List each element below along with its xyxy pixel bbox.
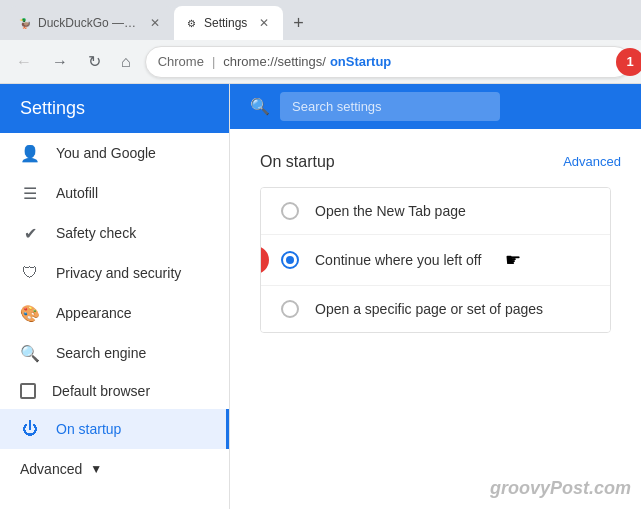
duckduckgo-tab-close[interactable]: ✕ — [146, 14, 164, 32]
sidebar-label-search-engine: Search engine — [56, 345, 146, 361]
radio-continue[interactable] — [281, 251, 299, 269]
address-bar: ← → ↻ ⌂ Chrome | chrome://settings/onSta… — [0, 40, 641, 84]
new-tab-button[interactable]: + — [283, 9, 314, 38]
radio-new-tab[interactable] — [281, 202, 299, 220]
sidebar-item-you-and-google[interactable]: 👤 You and Google — [0, 133, 229, 173]
sidebar-label-on-startup: On startup — [56, 421, 121, 437]
tab-settings[interactable]: ⚙ Settings ✕ — [174, 6, 283, 40]
home-button[interactable]: ⌂ — [115, 49, 137, 75]
option-continue[interactable]: 2 Continue where you left off ☛ — [261, 235, 610, 286]
settings-container: Settings 👤 You and Google ☰ Autofill ✔ S… — [0, 84, 641, 509]
back-button[interactable]: ← — [10, 49, 38, 75]
sidebar-header-row: Settings — [0, 84, 229, 133]
sidebar-item-default-browser[interactable]: Default browser — [0, 373, 229, 409]
appearance-icon: 🎨 — [20, 303, 40, 323]
chevron-down-icon: ▼ — [90, 462, 102, 476]
sidebar-item-on-startup[interactable]: ⏻ On startup — [0, 409, 229, 449]
default-browser-icon — [20, 383, 36, 399]
radio-specific-page[interactable] — [281, 300, 299, 318]
sidebar-item-safety-check[interactable]: ✔ Safety check — [0, 213, 229, 253]
sidebar: Settings 👤 You and Google ☰ Autofill ✔ S… — [0, 84, 230, 509]
settings-tab-close[interactable]: ✕ — [255, 14, 273, 32]
main-content: On startup Open the New Tab page 2 — [230, 129, 641, 509]
person-icon: 👤 — [20, 143, 40, 163]
url-separator: | — [212, 54, 215, 69]
option-new-tab[interactable]: Open the New Tab page — [261, 188, 610, 235]
url-badge-1: 1 — [616, 48, 641, 76]
content-search-bar: 🔍 — [230, 84, 641, 129]
sidebar-item-privacy-and-security[interactable]: 🛡 Privacy and security — [0, 253, 229, 293]
startup-icon: ⏻ — [20, 419, 40, 439]
search-engine-icon: 🔍 — [20, 343, 40, 363]
url-chrome-text: Chrome — [158, 54, 204, 69]
browser-frame: 🦆 DuckDuckGo — Privacy, simpli… ✕ ⚙ Sett… — [0, 0, 641, 509]
sidebar-item-appearance[interactable]: 🎨 Appearance — [0, 293, 229, 333]
sidebar-label-autofill: Autofill — [56, 185, 98, 201]
advanced-label: Advanced — [20, 461, 82, 477]
option-continue-label: Continue where you left off — [315, 252, 481, 268]
startup-options-box: Open the New Tab page 2 Continue where y… — [260, 187, 611, 333]
sidebar-title: Settings — [0, 84, 105, 133]
option-specific-page[interactable]: Open a specific page or set of pages — [261, 286, 610, 332]
cursor-pointer-icon: ☛ — [505, 249, 521, 271]
duckduckgo-favicon: 🦆 — [18, 16, 32, 30]
sidebar-label-privacy-security: Privacy and security — [56, 265, 181, 281]
reload-button[interactable]: ↻ — [82, 48, 107, 75]
option-specific-page-label: Open a specific page or set of pages — [315, 301, 543, 317]
duckduckgo-tab-title: DuckDuckGo — Privacy, simpli… — [38, 16, 138, 30]
tab-bar: 🦆 DuckDuckGo — Privacy, simpli… ✕ ⚙ Sett… — [0, 0, 641, 40]
radio-inner-continue — [286, 256, 294, 264]
option-new-tab-label: Open the New Tab page — [315, 203, 466, 219]
sidebar-item-autofill[interactable]: ☰ Autofill — [0, 173, 229, 213]
url-display: Chrome | chrome://settings/onStartup — [158, 54, 392, 69]
sidebar-label-safety-check: Safety check — [56, 225, 136, 241]
search-input[interactable] — [280, 92, 500, 121]
safety-icon: ✔ — [20, 223, 40, 243]
settings-tab-title: Settings — [204, 16, 247, 30]
sidebar-label-you-and-google: You and Google — [56, 145, 156, 161]
autofill-icon: ☰ — [20, 183, 40, 203]
url-path-bold: onStartup — [330, 54, 391, 69]
sidebar-item-search-engine[interactable]: 🔍 Search engine — [0, 333, 229, 373]
search-icon: 🔍 — [250, 97, 270, 116]
url-path-prefix: chrome://settings/ — [223, 54, 326, 69]
on-startup-title: On startup — [260, 153, 611, 171]
settings-favicon: ⚙ — [184, 16, 198, 30]
option-badge-2: 2 — [260, 246, 269, 274]
sidebar-label-appearance: Appearance — [56, 305, 132, 321]
sidebar-label-default-browser: Default browser — [52, 383, 150, 399]
advanced-right[interactable]: Advanced — [563, 153, 621, 169]
groovy-watermark: groovyPost.com — [490, 478, 631, 499]
shield-icon: 🛡 — [20, 263, 40, 283]
sidebar-advanced[interactable]: Advanced ▼ — [0, 449, 229, 489]
url-bar[interactable]: Chrome | chrome://settings/onStartup 1 — [145, 46, 631, 78]
forward-button[interactable]: → — [46, 49, 74, 75]
main-area: 🔍 On startup Open the New Tab page — [230, 84, 641, 509]
tab-duckduckgo[interactable]: 🦆 DuckDuckGo — Privacy, simpli… ✕ — [8, 6, 174, 40]
